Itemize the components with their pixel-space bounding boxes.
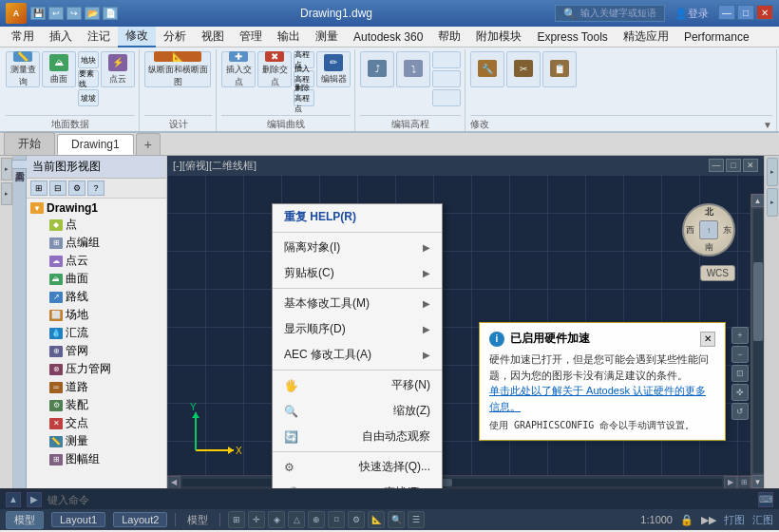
redo-icon[interactable]: ↪ (66, 7, 82, 20)
ctx-display-order[interactable]: 显示顺序(D)▶ (273, 316, 442, 342)
ctx-quick-select[interactable]: ⚙快速选择(Q)... (273, 454, 442, 480)
menu-express[interactable]: Express Tools (529, 27, 615, 48)
rb-gce-sm1[interactable] (432, 51, 461, 68)
rb-zongduanmian[interactable]: 📐 纵断面和横断面图 (144, 51, 211, 87)
hscroll-corner[interactable]: ⊞ (737, 476, 750, 489)
tree-item-qumian[interactable]: ⛰ 曲面 (28, 270, 164, 288)
menu-fenxi[interactable]: 分析 (156, 27, 194, 48)
search-bar[interactable]: 🔍 输入关键字或短语 (555, 5, 665, 22)
new-icon[interactable]: 📄 (103, 7, 118, 20)
hscroll-left[interactable]: ◀ (167, 476, 180, 489)
tree-item-dianbianzu[interactable]: ⊞ 点编组 (28, 234, 164, 252)
menu-autodesk360[interactable]: Autodesk 360 (346, 27, 430, 48)
rs-btn-1[interactable]: ▸ (767, 158, 778, 186)
menu-zhuji[interactable]: 注记 (80, 27, 118, 48)
tree-item-jiaodian[interactable]: ✕ 交点 (28, 414, 164, 432)
nav-zoom-extent[interactable]: ⊡ (732, 365, 749, 382)
nav-orbit[interactable]: ↺ (732, 403, 749, 420)
status-tab-layout1[interactable]: Layout1 (51, 512, 105, 527)
nav-pan[interactable]: ✜ (732, 384, 749, 401)
canvas-close-btn[interactable]: ✕ (743, 159, 758, 172)
vscroll-up[interactable]: ▲ (751, 194, 765, 207)
hscroll-track[interactable] (182, 479, 722, 486)
ctx-aec-tools[interactable]: AEC 修改工具(A)▶ (273, 342, 442, 368)
status-tab-moxing[interactable]: 模型 (6, 511, 44, 529)
status-lock[interactable]: 🔒 (680, 514, 694, 526)
sb-btn-expand[interactable]: ⊞ (30, 180, 48, 196)
tree-item-luxian[interactable]: ↗ 路线 (28, 288, 164, 306)
tree-item-changdi[interactable]: ⬜ 场地 (28, 306, 164, 324)
status-more[interactable]: ▶▶ (701, 514, 716, 526)
status-moxing[interactable]: 模型 (183, 513, 212, 527)
rb-didian[interactable]: 地块 (78, 51, 99, 68)
rb-xg1[interactable]: 🔧 (470, 51, 504, 87)
menu-fujia[interactable]: 附加模块 (468, 27, 529, 48)
rb-shanchu-jiaodian[interactable]: ✖ 删除交点 (257, 51, 292, 87)
menu-charu[interactable]: 插入 (42, 27, 80, 48)
menu-shuchu[interactable]: 输出 (270, 27, 308, 48)
menu-changyong[interactable]: 常用 (4, 27, 42, 48)
rb-shanchu-gcd[interactable]: 删除高程点 (294, 89, 314, 106)
rb-gce2[interactable]: ⤵ (396, 51, 430, 87)
status-icon-7[interactable]: ⚙ (348, 511, 365, 528)
rb-dianyun[interactable]: ⚡ 点云 (101, 51, 135, 87)
rb-gce-sm3[interactable] (432, 89, 461, 106)
rb-qumian[interactable]: ⛰ 曲面 (42, 51, 76, 87)
undo-icon[interactable]: ↩ (48, 7, 64, 20)
tree-item-guanwang[interactable]: ⊕ 管网 (28, 342, 164, 360)
rb-yaosuxian[interactable]: 要素线 (78, 70, 99, 87)
ctx-zoom[interactable]: 🔍缩放(Z) (273, 398, 442, 424)
cmd-expand-icon[interactable]: ▲ (6, 492, 21, 507)
ctx-isolate[interactable]: 隔离对象(I)▶ (273, 235, 442, 260)
status-icon-5[interactable]: ⊕ (308, 511, 325, 528)
login-button[interactable]: 👤 登录 (667, 5, 716, 22)
notif-close-button[interactable]: ✕ (700, 332, 715, 347)
tree-root[interactable]: ▼ Drawing1 (28, 200, 164, 216)
cmd-arrow-icon[interactable]: ▶ (27, 492, 42, 507)
status-icon-6[interactable]: ⌑ (328, 511, 345, 528)
tree-item-huiliu[interactable]: 💧 汇流 (28, 324, 164, 342)
sb-btn-filter[interactable]: ⚙ (68, 180, 86, 196)
tree-item-dian[interactable]: ◆ 点 (28, 216, 164, 234)
ctx-pan[interactable]: 🖐平移(N) (273, 372, 442, 398)
ctx-basic-tools[interactable]: 基本修改工具(M)▶ (273, 291, 442, 316)
nav-zoom-out[interactable]: − (732, 346, 749, 363)
sb-btn-collapse[interactable]: ⊟ (49, 180, 66, 196)
save-icon[interactable]: 💾 (30, 7, 46, 20)
rs-btn-2[interactable]: ▸ (767, 188, 778, 217)
tab-drawing1[interactable]: Drawing1 (57, 134, 134, 155)
sb-btn-help[interactable]: ? (87, 180, 104, 196)
status-icon-3[interactable]: ◈ (268, 511, 285, 528)
cs-tab-gongju[interactable]: 工具空间 (11, 160, 28, 169)
rb-popo[interactable]: 坡坡 (78, 89, 99, 106)
nav-zoom-in[interactable]: + (732, 327, 749, 344)
canvas-maximize-btn[interactable]: □ (726, 159, 741, 172)
tab-kaishi[interactable]: 开始 (4, 132, 55, 155)
cmd-keyboard-icon[interactable]: ⌨ (758, 492, 773, 507)
vscroll-thumb[interactable] (753, 262, 763, 341)
canvas-content[interactable]: 重复 HELP(R) 隔离对象(I)▶ 剪贴板(C)▶ 基本修改工具(M)▶ 显… (167, 175, 764, 488)
wcs-badge[interactable]: WCS (700, 265, 735, 281)
menu-guanli[interactable]: 管理 (232, 27, 270, 48)
open-icon[interactable]: 📂 (85, 7, 100, 20)
notif-link[interactable]: 单击此处以了解关于 Autodesk 认证硬件的更多信息。 (489, 385, 706, 412)
maximize-button[interactable]: □ (737, 5, 754, 20)
hscroll-right[interactable]: ▶ (724, 476, 737, 489)
ls-btn-2[interactable]: ▸ (1, 182, 12, 205)
status-icon-8[interactable]: 📐 (368, 511, 385, 528)
status-icon-10[interactable]: ☰ (408, 511, 425, 528)
menu-shitu[interactable]: 视图 (194, 27, 232, 48)
rb-gce-sm2[interactable] (432, 70, 461, 87)
vscroll-track[interactable] (753, 209, 763, 473)
tab-add-button[interactable]: + (136, 133, 161, 155)
status-icon-9[interactable]: 🔍 (388, 511, 405, 528)
close-button[interactable]: ✕ (756, 5, 773, 20)
rb-charu-jiaodian[interactable]: ✚ 插入交点 (221, 51, 256, 87)
tree-item-daolu[interactable]: ═ 道路 (28, 378, 164, 396)
minimize-button[interactable]: — (718, 5, 735, 20)
tree-item-celiang[interactable]: 📏 测量 (28, 432, 164, 450)
menu-jingxuan[interactable]: 精选应用 (616, 27, 676, 48)
ctx-clipboard[interactable]: 剪贴板(C)▶ (273, 260, 442, 286)
menu-xiugai[interactable]: 修改 (118, 27, 156, 48)
status-icon-2[interactable]: ✛ (248, 511, 265, 528)
